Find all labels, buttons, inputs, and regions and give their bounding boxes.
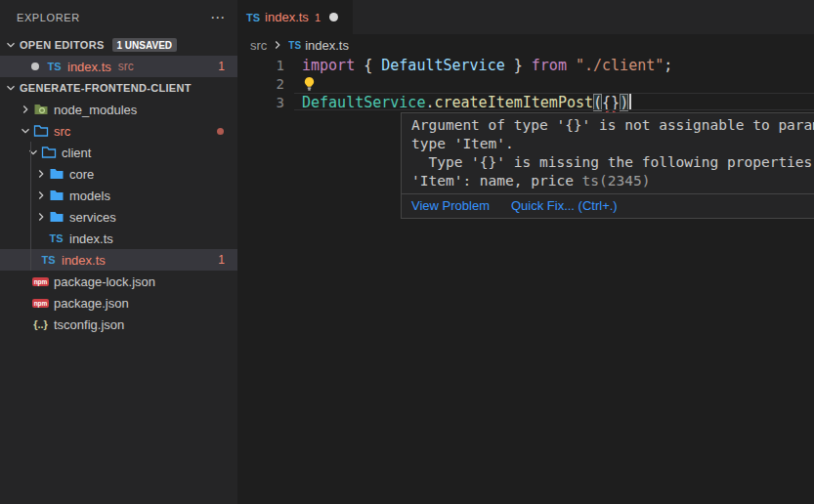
typescript-file-icon: TS (46, 59, 63, 74)
tree-item-client-index-ts[interactable]: TS index.ts (0, 228, 237, 249)
explorer-title-row: EXPLORER ⋯ (0, 0, 237, 34)
error-count-badge: 1 (218, 253, 225, 267)
typescript-file-icon: TS (288, 40, 301, 51)
code-line-1: 1 import { DefaultService } from "./clie… (237, 56, 814, 74)
breadcrumb-folder[interactable]: src (250, 38, 267, 53)
vscode-window: EXPLORER ⋯ OPEN EDITORS 1 UNSAVED TS ind… (0, 0, 814, 504)
open-editor-file-path: src (118, 60, 134, 73)
tree-item-services[interactable]: services (0, 206, 237, 228)
tree-item-label: services (69, 210, 116, 225)
error-dot-icon (217, 128, 224, 135)
tree-item-tsconfig-json[interactable]: {..} tsconfig.json (0, 314, 237, 335)
folder-icon (48, 209, 64, 225)
tree-item-core[interactable]: core (0, 163, 237, 185)
editor-tab-bar: TS index.ts 1 (237, 0, 814, 34)
editor-group: TS index.ts 1 src TS index.ts 1 import {… (237, 0, 814, 504)
unsaved-badge: 1 UNSAVED (112, 38, 178, 52)
open-editors-header[interactable]: OPEN EDITORS 1 UNSAVED (0, 34, 237, 56)
node-modules-folder-icon (32, 102, 49, 117)
tree-item-node-modules[interactable]: node_modules (0, 99, 237, 120)
chevron-right-icon (271, 38, 284, 52)
line-number: 1 (237, 58, 284, 73)
error-squiggle: {} (602, 94, 620, 111)
open-editor-item-index-ts[interactable]: TS index.ts src 1 (0, 56, 237, 77)
tree-item-src-index-ts[interactable]: TS index.ts 1 (0, 249, 237, 271)
line-number: 2 (237, 76, 284, 92)
breadcrumb-file[interactable]: index.ts (305, 38, 349, 53)
unsaved-dot-icon (31, 63, 39, 70)
explorer-title: EXPLORER (17, 12, 80, 23)
hover-actions-bar: View Problem Quick Fix... (Ctrl+.) (402, 193, 814, 218)
tree-item-label: package-lock.json (54, 274, 155, 289)
npm-file-icon: npm (32, 295, 49, 311)
chevron-right-icon (34, 166, 48, 182)
open-editor-file-label: index.ts (67, 60, 111, 74)
quick-fix-link[interactable]: Quick Fix... (Ctrl+.) (511, 198, 618, 213)
open-editors-label: OPEN EDITORS (20, 39, 105, 51)
breadcrumb: src TS index.ts (237, 34, 814, 56)
chevron-right-icon (19, 102, 32, 117)
json-file-icon: {..} (32, 316, 49, 332)
tab-index-ts[interactable]: TS index.ts 1 (237, 0, 353, 34)
chevron-down-icon (4, 37, 18, 53)
folder-open-icon (40, 145, 57, 160)
code-line-2: 2 (237, 74, 814, 93)
tree-item-label: index.ts (62, 253, 106, 268)
unsaved-dot-icon[interactable] (329, 13, 338, 21)
tree-item-label: client (62, 146, 91, 160)
error-message: Argument of type '{}' is not assignable … (402, 113, 814, 193)
tree-item-label: core (69, 167, 94, 182)
project-section-header[interactable]: GENERATE-FRONTEND-CLIENT (0, 77, 237, 99)
tree-item-client[interactable]: client (0, 142, 237, 163)
tree-item-label: index.ts (69, 231, 113, 246)
tree-item-package-json[interactable]: npm package.json (0, 292, 237, 314)
typescript-file-icon: TS (48, 231, 64, 246)
explorer-sidebar: EXPLORER ⋯ OPEN EDITORS 1 UNSAVED TS ind… (0, 0, 237, 504)
error-hover-tooltip: Argument of type '{}' is not assignable … (401, 112, 814, 219)
tree-item-label: package.json (54, 296, 129, 311)
tree-item-models[interactable]: models (0, 185, 237, 206)
folder-open-icon (32, 123, 49, 139)
tree-item-label: tsconfig.json (54, 317, 124, 332)
tree-item-label: models (69, 189, 110, 203)
more-actions-icon[interactable]: ⋯ (210, 13, 226, 22)
typescript-file-icon: TS (246, 12, 260, 23)
chevron-down-icon (4, 80, 18, 96)
tab-title: index.ts (265, 10, 309, 24)
npm-file-icon: npm (32, 273, 49, 289)
tree-item-label: node_modules (54, 103, 137, 117)
folder-icon (48, 188, 64, 203)
line-number: 3 (237, 95, 284, 110)
chevron-down-icon (26, 145, 40, 160)
error-code-ref: ts(2345) (582, 173, 651, 189)
text-cursor (629, 94, 631, 110)
project-name-label: GENERATE-FRONTEND-CLIENT (20, 82, 192, 94)
error-count-badge: 1 (218, 60, 225, 73)
tab-error-count: 1 (315, 12, 321, 23)
view-problem-link[interactable]: View Problem (411, 198, 490, 213)
chevron-down-icon (19, 123, 32, 139)
folder-icon (48, 166, 64, 182)
typescript-file-icon: TS (40, 252, 57, 268)
tree-item-src[interactable]: src (0, 120, 237, 142)
tree-item-package-lock-json[interactable]: npm package-lock.json (0, 271, 237, 292)
chevron-right-icon (34, 188, 48, 203)
chevron-right-icon (34, 209, 48, 225)
code-line-3: 3 DefaultService.createItemItemPost({}) (237, 93, 814, 111)
tree-item-label: src (54, 124, 70, 139)
code-area[interactable]: 1 import { DefaultService } from "./clie… (237, 56, 814, 111)
lightbulb-icon[interactable] (302, 76, 317, 91)
